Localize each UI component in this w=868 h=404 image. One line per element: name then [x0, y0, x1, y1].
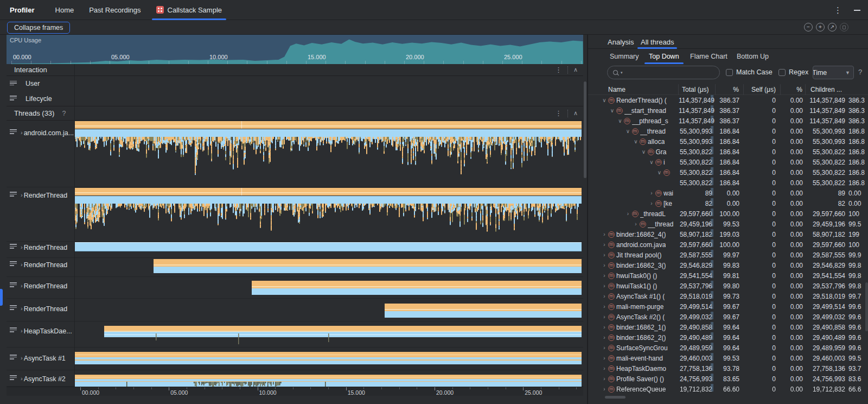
thread-label-cell[interactable]: ›android.com.ja... — [7, 121, 74, 137]
zoom-out-icon[interactable]: − — [804, 23, 813, 31]
table-row[interactable]: ›mwai890.0000.00890.00 — [588, 188, 868, 198]
tree-name-cell[interactable]: ∨mRenderThread() ( — [588, 97, 679, 104]
tab-all-threads[interactable]: All threads — [641, 35, 674, 49]
chevron-right-icon[interactable]: › — [601, 376, 608, 382]
thread-track[interactable] — [74, 242, 583, 258]
table-row[interactable]: ∨mGra55,300,822186.8400.0055,300,822186.… — [588, 147, 868, 157]
track-expand-icon[interactable] — [10, 261, 18, 267]
table-row[interactable]: ∨m__pthread_s114,357,849386.3700.00114,3… — [588, 116, 868, 126]
table-row[interactable]: ›mmali-event-hand29,460,00399.5300.0029,… — [588, 353, 868, 363]
thread-row[interactable]: ›HeapTaskDae... — [7, 321, 583, 348]
table-row[interactable]: ›mSurfaceSyncGrou29,489,95999.6400.0029,… — [588, 343, 868, 353]
thread-label-cell[interactable]: ›HeapTaskDae... — [7, 321, 74, 335]
collapse-section-icon[interactable]: ∧ — [573, 110, 578, 117]
table-row[interactable]: ›mProfile Saver() ()24,756,99383.6500.00… — [588, 374, 868, 384]
chevron-right-icon[interactable]: › — [601, 365, 608, 371]
track-expand-icon[interactable] — [10, 96, 18, 102]
thread-track[interactable] — [74, 258, 583, 277]
chevron-right-icon[interactable]: › — [601, 324, 608, 330]
thread-row[interactable]: ›android.com.ja... — [7, 121, 583, 187]
chevron-right-icon[interactable]: › — [21, 261, 23, 268]
column-self-pct[interactable]: % — [781, 84, 806, 95]
chevron-down-icon[interactable]: ∨ — [617, 118, 623, 124]
chevron-right-icon[interactable]: › — [601, 304, 608, 310]
tree-name-cell[interactable]: ›m__thread — [588, 220, 679, 228]
tree-name-cell[interactable]: ∨m__thread — [588, 128, 679, 135]
tree-name-cell[interactable]: ›mAsyncTask #1() ( — [588, 293, 679, 300]
chevron-right-icon[interactable]: › — [21, 244, 23, 250]
chevron-down-icon[interactable]: ∨ — [609, 108, 616, 113]
thread-row[interactable]: ›RenderThread — [7, 299, 583, 321]
table-row[interactable]: ∨m55,300,822186.8400.0055,300,822186.8 — [588, 167, 868, 178]
tree-name-cell[interactable]: ∨m__pthread_s — [588, 117, 679, 125]
chevron-down-icon[interactable]: ∨ — [633, 138, 639, 144]
tree-name-cell[interactable]: ›mAsyncTask #2() ( — [588, 313, 679, 321]
tree-name-cell[interactable]: ∨mGra — [588, 148, 679, 156]
thread-row[interactable]: ›RenderThread — [7, 242, 583, 258]
tree-name-cell[interactable]: ›mbinder:16862_1() — [588, 324, 679, 331]
table-row[interactable]: ∨m__thread55,300,993186.8400.0055,300,99… — [588, 126, 868, 136]
thread-label-cell[interactable]: ›RenderThread — [7, 277, 74, 290]
thread-row[interactable]: ›AsyncTask #1 — [7, 348, 583, 370]
chevron-right-icon[interactable]: › — [21, 129, 23, 136]
tree-name-cell[interactable]: ›mReferenceQueue — [588, 386, 679, 393]
thread-track[interactable] — [74, 370, 583, 387]
tree-name-cell[interactable]: ›m_threadL — [588, 210, 679, 218]
table-row[interactable]: ›mAsyncTask #2() (29,499,03299.6700.0029… — [588, 312, 868, 322]
table-row[interactable]: ›mJit thread pool()29,587,55599.9700.002… — [588, 250, 868, 260]
column-total[interactable]: Total (μs) — [679, 84, 716, 95]
tree-name-cell[interactable]: ›mhwuiTask0() () — [588, 272, 679, 280]
chevron-right-icon[interactable]: › — [601, 355, 608, 361]
chevron-right-icon[interactable]: › — [601, 262, 608, 268]
tab-callstack-sample[interactable]: Callstack Sample — [151, 0, 227, 20]
chevron-right-icon[interactable]: › — [21, 375, 23, 382]
column-name[interactable]: Name — [588, 84, 679, 95]
table-row[interactable]: ›mandroid.com.java29,597,660100.0000.002… — [588, 239, 868, 250]
chevron-right-icon[interactable]: › — [21, 305, 23, 312]
thread-track[interactable] — [74, 299, 583, 321]
tree-name-cell[interactable]: ∨malloca — [588, 138, 679, 146]
chevron-right-icon[interactable]: › — [21, 282, 23, 289]
interaction-row-lifecycle[interactable]: Lifecycle — [7, 91, 583, 106]
track-expand-icon[interactable] — [10, 244, 18, 250]
subtab-top-down[interactable]: Top Down — [649, 49, 679, 64]
minimize-icon[interactable] — [854, 10, 860, 11]
table-row[interactable]: ›mhwuiTask1() ()29,537,79699.8000.0029,5… — [588, 281, 868, 291]
track-expand-icon[interactable] — [10, 305, 18, 311]
chevron-right-icon[interactable]: › — [601, 283, 608, 289]
thread-label-cell[interactable]: ›RenderThread — [7, 187, 74, 199]
table-row[interactable]: ›mbinder:16862_4()58,907,182199.0300.005… — [588, 229, 868, 239]
chevron-right-icon[interactable]: › — [21, 327, 23, 334]
track-expand-icon[interactable] — [10, 282, 18, 288]
tree-name-cell[interactable]: ›mmali-mem-purge — [588, 303, 679, 311]
table-row[interactable]: ∨mRenderThread() (114,357,849386.3700.00… — [588, 95, 868, 105]
frame-selection-icon[interactable] — [840, 23, 848, 31]
table-vscrollbar-thumb[interactable] — [865, 282, 868, 331]
track-expand-icon[interactable] — [10, 355, 18, 361]
regex-option[interactable]: Regex — [778, 68, 808, 76]
chevron-right-icon[interactable]: › — [601, 252, 608, 258]
tree-name-cell[interactable]: ›mJit thread pool() — [588, 251, 679, 259]
thread-label-cell[interactable]: ›RenderThread — [7, 242, 74, 251]
column-children[interactable]: Children ... — [806, 84, 846, 95]
thread-track[interactable] — [74, 121, 583, 187]
regex-checkbox[interactable] — [778, 69, 786, 76]
help-icon[interactable]: ? — [62, 110, 66, 117]
interaction-section-header[interactable]: Interaction ⋮ ∧ — [7, 64, 583, 76]
track-expand-icon[interactable] — [10, 129, 18, 135]
tab-past-recordings[interactable]: Past Recordings — [84, 0, 146, 20]
subtab-summary[interactable]: Summary — [610, 49, 639, 64]
thread-label-cell[interactable]: ›AsyncTask #1 — [7, 348, 74, 362]
tree-name-cell[interactable]: ›mSurfaceSyncGrou — [588, 344, 679, 352]
search-input[interactable] — [624, 69, 719, 77]
subtab-flame-chart[interactable]: Flame Chart — [690, 49, 727, 64]
chevron-right-icon[interactable]: › — [633, 221, 639, 227]
table-row[interactable]: ›m__thread29,459,19699.5300.0029,459,196… — [588, 219, 868, 229]
tab-analysis[interactable]: Analysis — [608, 35, 634, 49]
reset-zoom-icon[interactable]: ↗ — [828, 23, 837, 31]
chevron-right-icon[interactable]: › — [601, 273, 608, 279]
threads-section-header[interactable]: Threads (33) ? ⋮ ∧ — [7, 106, 583, 121]
table-row[interactable]: ∨malloca55,300,993186.8400.0055,300,9931… — [588, 136, 868, 147]
tree-name-cell[interactable]: ›mbinder:16862_3() — [588, 262, 679, 269]
chevron-right-icon[interactable]: › — [601, 293, 608, 299]
